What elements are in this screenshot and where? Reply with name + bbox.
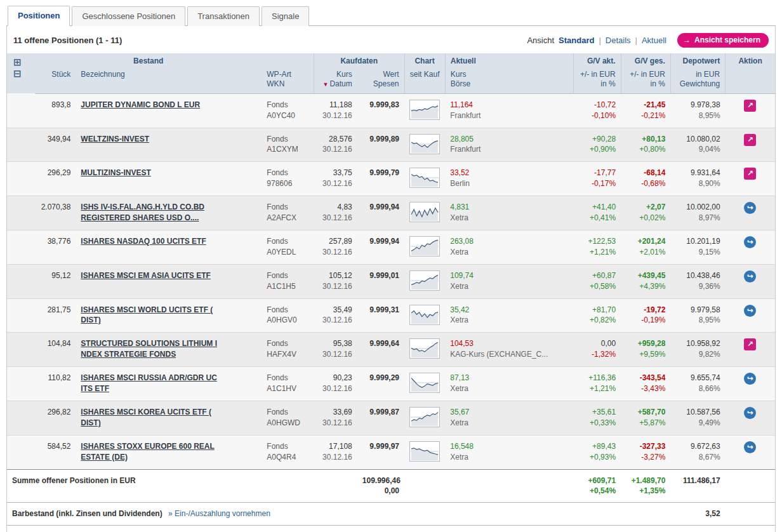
sparkline-chart[interactable] [409,305,440,325]
weight: 8,67% [675,452,720,463]
positions-panel: 11 offene Positionen (1 - 11) Ansicht St… [6,26,776,532]
buy-date: 30.12.16 [319,315,352,326]
row-toggle-cell [7,93,35,128]
info-action-icon[interactable]: ↪ [744,373,756,385]
trade-action-icon[interactable]: ↗ [744,134,756,146]
gv-total-eur: +439,45 [626,270,665,281]
position-name-link[interactable]: ISHARES MSCI KOREA UCITS ETF (DIST) [81,408,211,427]
current-price: 109,74 [450,270,569,281]
buy-price: 4,83 [319,202,352,213]
expand-all-icon[interactable]: ⊞ [13,58,22,66]
position-name-link[interactable]: JUPITER DYNAMIC BOND L EUR [81,100,200,109]
position-row: 296,29 MULTIZINS-INVEST Fonds 978606 33,… [7,162,775,196]
info-action-icon[interactable]: ↪ [744,270,756,283]
current-price: 28,805 [450,134,569,145]
exchange: Frankfurt [450,144,569,155]
sort-datum[interactable]: ▼Datum [319,79,352,90]
trade-action-icon[interactable]: ↗ [744,100,756,112]
trade-action-icon[interactable]: ↗ [744,168,756,180]
position-name-link[interactable]: ISHARES MSCI RUSSIA ADR/GDR UCITS ETF [81,373,216,393]
row-toggle-cell [7,435,35,469]
row-toggle-cell [7,401,35,435]
header-gv-akt-sub: +/- in EUR in % [574,69,621,94]
current-price: 35,42 [450,305,569,316]
quantity: 110,82 [35,367,76,401]
info-action-icon[interactable]: ↪ [744,407,756,419]
exchange: Xetra [450,383,569,394]
position-name-link[interactable]: STRUCTURED SOLUTIONS LITHIUM INDEX STRAT… [81,339,217,359]
weight: 9,82% [675,349,720,360]
buy-date: 30.12.16 [319,452,352,463]
sparkline-chart[interactable] [409,168,440,188]
weight: 9,36% [675,281,720,292]
depot-value: 9.978,38 [675,100,720,110]
position-name-link[interactable]: ISHARES MSCI WORLD UCITS ETF (DIST) [81,305,213,325]
position-row: 104,84 STRUCTURED SOLUTIONS LITHIUM INDE… [7,333,775,367]
view-option-aktuell[interactable]: Aktuell [642,36,666,45]
buy-date: 30.12.16 [319,213,352,223]
gv-current-pct: +0,33% [579,418,616,429]
gv-current-eur: +122,53 [579,236,616,247]
position-name-link[interactable]: ISHARES STOXX EUROPE 600 REALESTATE (DE) [81,442,215,462]
trade-action-icon[interactable]: ↗ [744,338,756,350]
sparkline-chart[interactable] [409,441,440,462]
sparkline-chart[interactable] [409,134,440,154]
buy-value: 9.999,87 [362,407,399,418]
tab-transaktionen[interactable]: Transaktionen [187,6,260,26]
sum-row: Summe offener Positionen in EUR 109.996,… [7,469,775,503]
row-toggle-cell [7,367,35,401]
view-option-standard[interactable]: Standard [559,36,594,45]
gv-current-eur: +116,36 [579,373,616,383]
collapse-all-icon[interactable]: ⊟ [13,69,22,77]
sparkline-chart[interactable] [409,100,440,120]
tab-positionen[interactable]: Positionen [8,6,70,26]
save-view-button[interactable]: → Ansicht speichern [677,33,769,48]
gv-total-eur: +587,70 [626,407,665,418]
gv-total-pct: +4,39% [626,281,665,292]
sparkline-chart[interactable] [409,236,440,256]
weight: 8,97% [675,213,720,223]
instrument-type: Fonds [267,134,308,145]
header-wp-art-wkn: WP-Art WKN [262,69,314,94]
deposit-withdraw-link[interactable]: » Ein-/Auszahlung vornehmen [168,509,270,518]
gv-total-pct: +9,59% [626,349,665,360]
sparkline-chart[interactable] [409,373,440,393]
position-name-link[interactable]: ISHARES MSCI EM ASIA UCITS ETF [81,271,210,280]
position-name-link[interactable]: MULTIZINS-INVEST [81,168,150,177]
buy-value: 9.999,29 [362,373,399,383]
row-toggle-cell [7,333,35,367]
buy-date: 30.12.16 [319,383,352,394]
position-row: 893,8 JUPITER DYNAMIC BOND L EUR Fonds A… [7,93,775,128]
weight: 9,04% [675,144,720,155]
position-row: 349,94 WELTZINS-INVEST Fonds A1CXYM 28,5… [7,128,775,162]
position-name-link[interactable]: WELTZINS-INVEST [81,135,149,143]
position-name-link[interactable]: ISHARES NASDAQ 100 UCITS ETF [81,237,206,246]
depot-value: 10.201,19 [675,236,720,247]
depot-value: 10.002,00 [675,202,720,213]
quantity: 281,75 [35,298,76,333]
gv-total-pct: +0,80% [626,144,665,155]
tab-geschlossene-positionen[interactable]: Geschlossene Positionen [72,6,185,26]
view-option-details[interactable]: Details [606,36,631,45]
gv-current-pct: -0,17% [579,178,616,189]
info-action-icon[interactable]: ↪ [744,236,756,248]
tab-signale[interactable]: Signale [262,6,309,26]
gv-current-eur: -10,72 [579,100,616,110]
sparkline-chart[interactable] [409,270,440,291]
sparkline-chart[interactable] [409,338,440,359]
buy-value: 9.999,94 [362,236,399,247]
sparkline-chart[interactable] [409,407,440,427]
positions-tbody: 893,8 JUPITER DYNAMIC BOND L EUR Fonds A… [7,93,775,469]
current-price: 16,548 [450,441,569,452]
sparkline-chart[interactable] [409,202,440,222]
total-row: Gesamtwert +1.489,70 111.489,69 [7,525,775,532]
instrument-type: Fonds [267,441,308,452]
depot-value: 9.979,58 [675,305,720,316]
gv-current-eur: -17,77 [579,168,616,178]
quantity: 893,8 [35,93,76,128]
info-action-icon[interactable]: ↪ [744,441,756,453]
gv-total-pct: -0,21% [626,110,665,121]
info-action-icon[interactable]: ↪ [744,305,756,317]
position-name-link[interactable]: ISHS IV-IS.FAL.ANG.H.YLD CO.BDREGISTERED… [81,203,204,222]
info-action-icon[interactable]: ↪ [744,202,756,214]
